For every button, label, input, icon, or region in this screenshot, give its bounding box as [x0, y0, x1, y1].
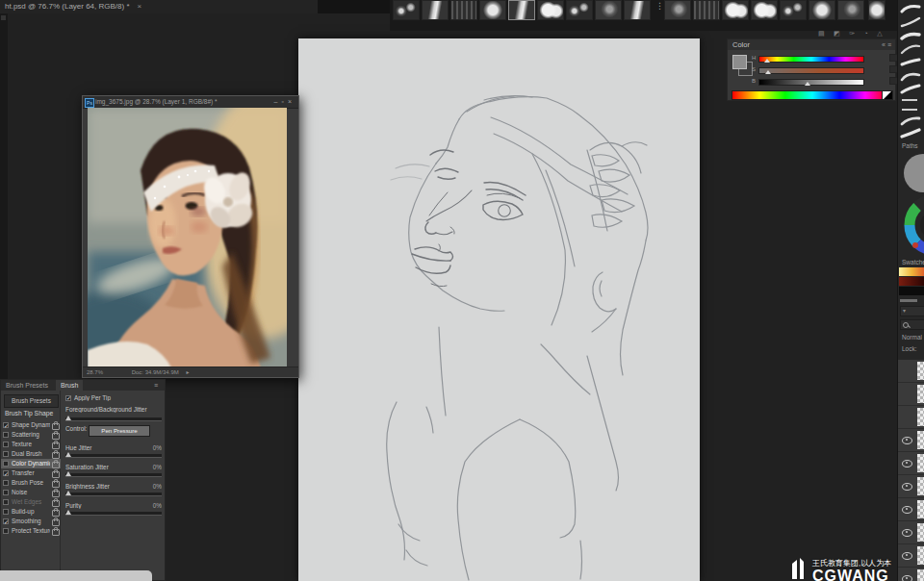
lock-icon[interactable]	[52, 452, 60, 459]
brush-setting-shape-dynamics[interactable]: Shape Dynamics	[1, 420, 61, 430]
blend-mode-select[interactable]: Normal	[898, 334, 922, 341]
reference-image-window[interactable]: Ps img_3675.jpg @ 28.7% (Layer 1, RGB/8#…	[82, 95, 299, 378]
checkbox[interactable]	[3, 470, 9, 476]
lock-icon[interactable]	[52, 462, 60, 468]
brush-preset-thumb[interactable]	[624, 0, 651, 20]
lock-icon[interactable]	[52, 510, 60, 517]
brush-setting-dual-brush[interactable]: Dual Brush	[1, 449, 61, 459]
brush-stroke-icon[interactable]	[898, 83, 923, 96]
brush-preset-thumb[interactable]	[450, 0, 477, 20]
checkbox[interactable]	[3, 509, 9, 515]
brush-preset-thumb[interactable]	[422, 0, 449, 20]
gradient-swatch[interactable]	[899, 277, 924, 286]
layer-row[interactable]	[898, 383, 924, 406]
brightness-jitter-value[interactable]: 0%	[153, 483, 162, 490]
lock-icon[interactable]	[52, 433, 60, 440]
layer-row[interactable]	[898, 360, 924, 383]
saturation-jitter-value[interactable]: 0%	[153, 464, 162, 470]
checkbox[interactable]	[3, 499, 9, 505]
hue-slider-track[interactable]	[758, 56, 864, 63]
slider-thumb[interactable]	[65, 471, 71, 476]
layer-visibility-eye-icon[interactable]	[902, 483, 912, 491]
layer-visibility-eye-icon[interactable]	[902, 437, 912, 444]
brush-option-icon[interactable]: ▤	[818, 30, 825, 37]
brush-option-icon[interactable]: ✑	[849, 30, 855, 37]
checkbox[interactable]	[3, 518, 9, 524]
tab-brush[interactable]: Brush	[56, 380, 83, 391]
brush-setting-texture[interactable]: Texture	[1, 440, 61, 449]
brush-setting-transfer[interactable]: Transfer	[1, 468, 61, 478]
fgbg-jitter-slider[interactable]	[65, 417, 162, 421]
slider-thumb[interactable]	[65, 510, 71, 515]
strip-overflow-icon[interactable]: ⋮	[655, 3, 661, 10]
brush-setting-wet-edges[interactable]: Wet Edges	[1, 497, 61, 507]
gradient-swatch[interactable]	[899, 267, 924, 276]
brush-preset-thumb[interactable]	[808, 0, 835, 20]
layer-row[interactable]	[898, 521, 924, 544]
color-wheel[interactable]	[898, 192, 924, 258]
saturation-slider-thumb[interactable]	[765, 70, 771, 74]
brush-preset-thumb[interactable]	[664, 0, 691, 20]
brush-setting-scattering[interactable]: Scattering	[1, 430, 61, 440]
tab-brush-presets[interactable]: Brush Presets	[1, 380, 61, 391]
color-panel-menu-icon[interactable]: « ≡	[882, 39, 891, 50]
lock-icon[interactable]	[52, 442, 60, 449]
layer-row[interactable]	[898, 406, 924, 429]
brush-preset-thumb[interactable]	[479, 0, 506, 20]
brush-preset-thumb[interactable]	[393, 0, 420, 20]
brush-setting-brush-pose[interactable]: Brush Pose	[1, 478, 61, 488]
hue-jitter-value[interactable]: 0%	[153, 444, 162, 451]
brush-preset-thumb[interactable]	[751, 0, 778, 20]
slider-thumb[interactable]	[65, 416, 71, 420]
brush-preset-thumb-selected[interactable]	[508, 0, 535, 20]
layer-search-input[interactable]	[900, 319, 924, 330]
checkbox[interactable]	[3, 442, 9, 447]
brush-setting-protect-texture[interactable]: Protect Texture	[1, 526, 61, 536]
purity-value[interactable]: 0%	[153, 502, 162, 509]
layer-row[interactable]	[898, 452, 924, 475]
canvas-document[interactable]	[298, 38, 700, 581]
brush-stroke-icon[interactable]	[898, 56, 923, 69]
checkbox[interactable]	[3, 528, 9, 534]
brightness-jitter-slider[interactable]	[65, 493, 162, 496]
purity-slider[interactable]	[65, 512, 162, 516]
saturation-slider-track[interactable]	[758, 67, 864, 74]
slider-thumb[interactable]	[65, 452, 71, 457]
lock-icon[interactable]	[52, 519, 60, 526]
tab-close-icon[interactable]: ×	[138, 2, 142, 11]
brush-preset-thumb[interactable]	[566, 0, 593, 20]
lock-icon[interactable]	[52, 481, 60, 488]
black-swatch[interactable]	[899, 287, 924, 295]
color-spectrum-ramp[interactable]	[732, 90, 893, 100]
brush-preset-thumb[interactable]	[868, 0, 886, 20]
brush-preset-thumb[interactable]	[780, 0, 807, 20]
brush-preset-thumb[interactable]	[693, 0, 720, 20]
brush-stroke-icon[interactable]	[898, 69, 923, 83]
layer-row[interactable]	[898, 475, 924, 498]
brush-tip-shape-item[interactable]: Brush Tip Shape	[5, 410, 53, 417]
lock-icon[interactable]	[52, 529, 60, 536]
brush-preset-thumb[interactable]	[537, 0, 564, 20]
swatches-panel-tab[interactable]: Swatches	[898, 259, 924, 265]
brush-setting-noise[interactable]: Noise	[1, 488, 61, 497]
control-dropdown[interactable]: Pen Pressure	[89, 425, 150, 437]
brush-option-icon[interactable]: ◩	[834, 30, 840, 37]
layer-visibility-eye-icon[interactable]	[902, 529, 912, 537]
checkbox[interactable]	[3, 490, 9, 495]
brush-stroke-icon[interactable]	[898, 29, 923, 42]
lock-icon[interactable]	[52, 491, 60, 497]
zoom-level[interactable]: 28.7%	[87, 369, 103, 375]
checkbox[interactable]	[65, 395, 71, 401]
collapsed-panel-icon[interactable]	[1, 15, 6, 20]
lock-icon[interactable]	[52, 423, 60, 430]
brush-stroke-icon[interactable]	[898, 2, 923, 15]
brush-setting-color-dynamics[interactable]: Color Dynamics	[1, 459, 61, 468]
brush-presets-button[interactable]: Brush Presets	[4, 394, 59, 408]
hue-jitter-slider[interactable]	[65, 454, 162, 458]
brush-stroke-icon[interactable]	[898, 114, 923, 127]
saturation-jitter-slider[interactable]	[65, 473, 162, 477]
brush-preset-thumb[interactable]	[595, 0, 622, 20]
checkbox[interactable]	[3, 432, 9, 438]
layer-row[interactable]	[898, 498, 924, 521]
brush-setting-smoothing[interactable]: Smoothing	[1, 517, 61, 526]
